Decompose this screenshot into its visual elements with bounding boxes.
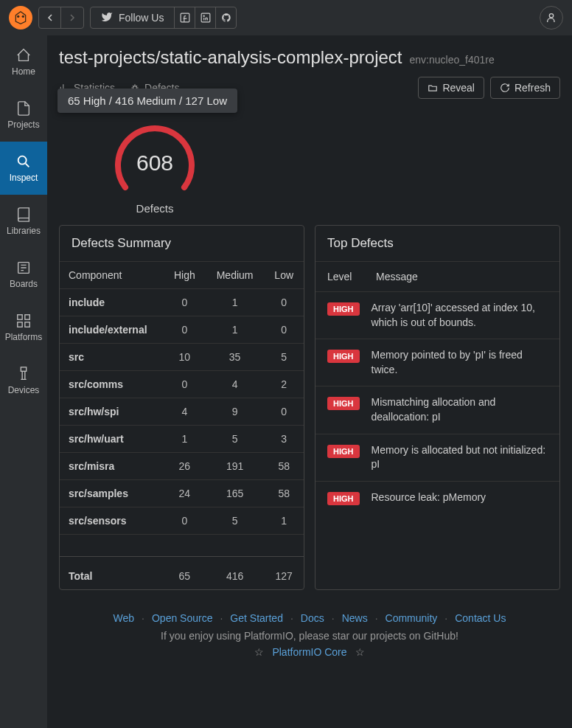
refresh-icon: [500, 83, 510, 93]
sidebar-item-label: Libraries: [7, 226, 41, 236]
star-icon: ☆: [355, 646, 365, 658]
footer-link[interactable]: News: [342, 612, 368, 624]
col-message: Message: [376, 271, 418, 282]
cell-component: src/hw/spi: [60, 398, 164, 426]
sidebar-item-devices[interactable]: Devices: [0, 354, 47, 407]
table-row[interactable]: src/samples 24 165 58: [60, 480, 304, 507]
footer-link[interactable]: Contact Us: [455, 612, 506, 624]
gauge-tooltip: 65 High / 416 Medium / 127 Low: [57, 89, 237, 113]
refresh-button[interactable]: Refresh: [490, 77, 560, 99]
footer-link[interactable]: Web: [114, 612, 135, 624]
search-icon: [15, 153, 32, 170]
level-badge: HIGH: [327, 350, 360, 363]
sidebar-item-projects[interactable]: Projects: [0, 89, 47, 142]
cell-component: src: [60, 344, 164, 371]
cell-high: 0: [164, 316, 206, 344]
cell-component: src/comms: [60, 371, 164, 398]
main-content: test-projects/static-analysis-complex-pr…: [47, 35, 572, 728]
account-button[interactable]: [540, 6, 563, 30]
cell-medium: 5: [206, 507, 265, 535]
table-row[interactable]: include 0 1 0: [60, 289, 304, 316]
page-title: test-projects/static-analysis-complex-pr…: [59, 47, 402, 68]
sidebar-item-label: Projects: [7, 119, 39, 130]
nav-back-button[interactable]: [39, 7, 61, 28]
defect-message: Memory is allocated but not initialized:…: [372, 443, 548, 472]
col-level: Level: [327, 271, 364, 282]
svg-point-4: [203, 15, 204, 16]
facebook-icon[interactable]: [174, 7, 195, 28]
sidebar-item-platforms[interactable]: Platforms: [0, 301, 47, 354]
top-defects-panel: Top Defects Level Message HIGH Array 'ar…: [315, 225, 560, 590]
table-row[interactable]: src/sensors 0 5 1: [60, 507, 304, 535]
cell-high: 10: [164, 344, 206, 371]
defect-row[interactable]: HIGH Mismatching allocation and dealloca…: [315, 386, 559, 434]
reveal-button[interactable]: Reveal: [418, 77, 484, 99]
footer-link[interactable]: Open Source: [152, 612, 213, 624]
svg-rect-12: [21, 367, 26, 372]
sidebar-item-libraries[interactable]: Libraries: [0, 195, 47, 248]
cell-high: 0: [164, 289, 206, 316]
cell-low: 58: [264, 453, 304, 480]
sidebar-item-home[interactable]: Home: [0, 35, 47, 89]
sidebar-item-inspect[interactable]: Inspect: [0, 142, 47, 195]
defects-gauge: 608 Defects: [81, 121, 229, 215]
github-icon[interactable]: [215, 7, 236, 28]
dot-separator: ·: [332, 612, 335, 624]
cell-medium: 35: [206, 344, 265, 371]
svg-rect-10: [18, 322, 22, 327]
svg-rect-9: [25, 315, 29, 319]
cell-high: 0: [164, 507, 206, 535]
sidebar-item-boards[interactable]: Boards: [0, 248, 47, 301]
footer-link[interactable]: Get Started: [230, 612, 283, 624]
col-low: Low: [264, 262, 304, 289]
table-row[interactable]: include/external 0 1 0: [60, 316, 304, 344]
sidebar-item-label: Devices: [8, 385, 40, 395]
defect-row[interactable]: HIGH Memory is allocated but not initial…: [315, 434, 559, 482]
footer-link[interactable]: Docs: [301, 612, 324, 624]
panel-title: Defects Summary: [60, 226, 304, 262]
follow-us-label: Follow Us: [119, 12, 164, 24]
cell-component: include: [60, 289, 164, 316]
table-row[interactable]: src/hw/spi 4 9 0: [60, 398, 304, 426]
level-badge: HIGH: [327, 492, 360, 505]
defect-message: Resource leak: pMemory: [372, 490, 548, 505]
dot-separator: ·: [290, 612, 293, 624]
total-row: Total 65 416 127: [60, 557, 304, 590]
cell-medium: 165: [206, 480, 265, 507]
file-icon: [15, 100, 32, 117]
star-icon: ☆: [254, 646, 264, 658]
logo[interactable]: [9, 6, 32, 30]
footer: Web·Open Source·Get Started·Docs·News·Co…: [59, 612, 560, 673]
cell-low: 58: [264, 480, 304, 507]
cell-component: src/misra: [60, 453, 164, 480]
defect-row[interactable]: HIGH Memory pointed to by 'pI' is freed …: [315, 339, 559, 386]
twitter-icon: [101, 11, 113, 25]
grid-icon: [15, 313, 32, 329]
defect-row[interactable]: HIGH Array 'arr[10]' accessed at index 1…: [315, 292, 559, 339]
home-icon: [15, 47, 32, 63]
cell-medium: 4: [206, 371, 265, 398]
svg-rect-8: [18, 315, 22, 319]
svg-rect-2: [181, 13, 189, 22]
dot-separator: ·: [444, 612, 447, 624]
footer-core-link[interactable]: PlatformIO Core: [272, 646, 346, 658]
cell-low: 1: [264, 507, 304, 535]
nav-forward-button[interactable]: [61, 7, 83, 28]
linkedin-icon[interactable]: [195, 7, 215, 28]
nav-arrows: [38, 7, 84, 29]
dot-separator: ·: [375, 612, 378, 624]
footer-link[interactable]: Community: [386, 612, 438, 624]
table-row[interactable]: src 10 35 5: [60, 344, 304, 371]
svg-point-1: [22, 15, 24, 18]
cell-component: src/sensors: [60, 507, 164, 535]
table-row[interactable]: src/hw/uart 1 5 3: [60, 426, 304, 453]
follow-us-button[interactable]: Follow Us: [91, 11, 174, 25]
defect-row[interactable]: HIGH Resource leak: pMemory: [315, 482, 559, 514]
table-row[interactable]: src/misra 26 191 58: [60, 453, 304, 480]
usb-icon: [15, 366, 32, 382]
cell-high: 65: [164, 557, 206, 590]
cell-medium: 191: [206, 453, 265, 480]
table-row[interactable]: src/comms 0 4 2: [60, 371, 304, 398]
cell-low: 0: [264, 398, 304, 426]
cell-component: src/samples: [60, 480, 164, 507]
